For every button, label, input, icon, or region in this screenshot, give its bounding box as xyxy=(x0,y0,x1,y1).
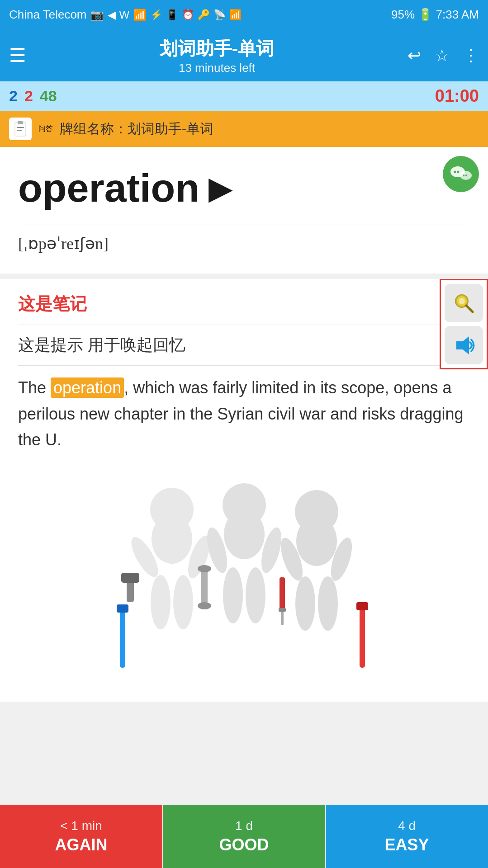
svg-rect-42 xyxy=(117,604,128,613)
count-red: 2 xyxy=(24,87,33,105)
clipboard-icon xyxy=(9,118,32,140)
svg-point-39 xyxy=(295,576,315,631)
search-button[interactable] xyxy=(445,284,483,322)
image-area xyxy=(0,467,488,702)
svg-point-28 xyxy=(198,602,211,609)
menu-icon[interactable]: ☰ xyxy=(9,44,26,66)
notes-card: 这是笔记 这是提示 用于唤起回忆 The operation, which wa… xyxy=(0,279,488,467)
svg-rect-3 xyxy=(17,130,22,131)
location-icon: ◀ xyxy=(108,9,116,21)
card-header: 问答 牌组名称：划词助手-单词 xyxy=(0,111,488,147)
header-title: 划词助手-单词 xyxy=(26,36,407,61)
carrier-text: China Telecom 📷 ◀ W 📶 ⚡ 📱 ⏰ 🔑 📡 📶 xyxy=(9,8,242,22)
svg-point-21 xyxy=(151,575,171,629)
svg-rect-35 xyxy=(280,577,285,609)
again-button[interactable]: < 1 min AGAIN xyxy=(0,805,162,868)
card-mode: 问答 xyxy=(38,124,53,134)
svg-rect-37 xyxy=(281,612,284,625)
good-label: GOOD xyxy=(219,835,269,854)
svg-rect-0 xyxy=(15,123,26,136)
cast-icon: 📶 xyxy=(133,9,147,21)
phonetic-text: [ˌɒpəˈreɪʃən] xyxy=(18,234,470,253)
progress-timer: 01:00 xyxy=(435,86,479,106)
word-text: operation xyxy=(18,165,199,211)
svg-line-12 xyxy=(466,306,473,312)
header-actions: ↩ ☆ ⋮ xyxy=(407,46,479,65)
star-icon[interactable]: ☆ xyxy=(435,46,449,65)
notes-divider xyxy=(18,325,470,325)
svg-rect-19 xyxy=(121,573,139,583)
svg-point-16 xyxy=(150,488,194,531)
svg-marker-14 xyxy=(456,336,469,354)
app-header: ☰ 划词助手-单词 13 minutes left ↩ ☆ ⋮ xyxy=(0,29,488,81)
progress-bar: 2 2 48 01:00 xyxy=(0,81,488,111)
svg-point-13 xyxy=(459,298,465,304)
svg-rect-1 xyxy=(18,121,23,124)
svg-point-24 xyxy=(223,483,266,527)
progress-counts: 2 2 48 xyxy=(9,87,57,105)
example-sentence: The operation, which was fairly limited … xyxy=(18,375,470,453)
card-deck-label: 牌组名称：划词助手-单词 xyxy=(60,120,213,138)
svg-point-8 xyxy=(463,175,464,176)
svg-point-40 xyxy=(318,576,338,631)
signal-wifi-icon: 📡 xyxy=(213,9,226,21)
svg-rect-26 xyxy=(201,568,208,604)
wifi-icon: W xyxy=(119,9,130,21)
notes-text: 这是笔记 xyxy=(18,292,470,316)
easy-time: 4 d xyxy=(398,819,416,833)
header-title-group: 划词助手-单词 13 minutes left xyxy=(26,36,407,75)
svg-point-9 xyxy=(465,175,467,176)
svg-point-6 xyxy=(457,170,459,173)
word-divider xyxy=(18,225,470,225)
wechat-button[interactable] xyxy=(443,156,479,192)
svg-point-5 xyxy=(454,170,456,173)
alarm-icon: ⏰ xyxy=(182,9,194,21)
svg-rect-41 xyxy=(120,609,125,668)
svg-point-33 xyxy=(295,490,338,533)
header-subtitle: 13 minutes left xyxy=(26,61,407,75)
more-icon[interactable]: ⋮ xyxy=(463,46,479,65)
worker-illustration xyxy=(104,476,384,693)
good-time: 1 d xyxy=(235,819,253,833)
hint-divider xyxy=(18,365,470,366)
key-icon: 🔑 xyxy=(198,9,210,21)
bottom-bar: < 1 min AGAIN 1 d GOOD 4 d EASY xyxy=(0,805,488,868)
word-card: operation ▶ [ˌɒpəˈreɪʃən] xyxy=(0,147,488,274)
svg-point-27 xyxy=(198,565,211,572)
svg-rect-43 xyxy=(360,607,365,668)
again-label: AGAIN xyxy=(55,835,108,854)
svg-point-30 xyxy=(223,567,243,623)
signal-bars-icon: 📶 xyxy=(229,9,242,21)
example-before: The xyxy=(18,378,51,397)
svg-rect-44 xyxy=(356,602,368,610)
again-time: < 1 min xyxy=(60,819,102,833)
play-icon[interactable]: ▶ xyxy=(208,170,233,207)
undo-icon[interactable]: ↩ xyxy=(407,46,421,65)
bluetooth-icon: ⚡ xyxy=(150,9,162,21)
svg-rect-36 xyxy=(279,608,286,612)
good-button[interactable]: 1 d GOOD xyxy=(163,805,325,868)
side-buttons-container xyxy=(440,279,488,369)
example-highlight: operation xyxy=(51,377,124,398)
svg-point-22 xyxy=(173,575,193,629)
svg-rect-2 xyxy=(17,127,24,128)
sim-icon: 📱 xyxy=(166,9,178,21)
count-blue: 2 xyxy=(9,87,18,105)
svg-point-31 xyxy=(246,567,265,623)
count-green: 48 xyxy=(40,87,57,105)
status-bar: China Telecom 📷 ◀ W 📶 ⚡ 📱 ⏰ 🔑 📡 📶 95% 🔋 … xyxy=(0,0,488,29)
status-right: 95% 🔋 7:33 AM xyxy=(391,8,479,22)
easy-button[interactable]: 4 d EASY xyxy=(326,805,488,868)
easy-label: EASY xyxy=(384,835,429,854)
audio-button[interactable] xyxy=(445,326,483,364)
word-display: operation ▶ xyxy=(18,165,470,211)
camera-icon: 📷 xyxy=(90,9,104,21)
hint-text: 这是提示 用于唤起回忆 xyxy=(18,334,470,356)
